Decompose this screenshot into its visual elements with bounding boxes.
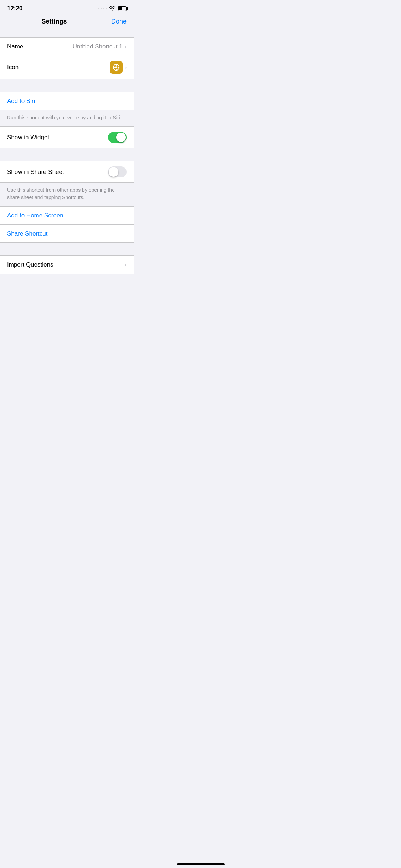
icon-label: Icon	[7, 64, 19, 71]
show-in-widget-row[interactable]: Show in Widget	[0, 127, 134, 148]
name-chevron-icon: ›	[125, 43, 127, 50]
show-in-widget-label: Show in Widget	[7, 134, 49, 141]
section-gap-1	[0, 31, 134, 37]
section-gap-4	[0, 243, 134, 255]
add-to-home-screen-row[interactable]: Add to Home Screen	[0, 207, 134, 224]
show-in-share-sheet-row[interactable]: Show in Share Sheet	[0, 161, 134, 182]
share-sheet-description: Use this shortcut from other apps by ope…	[0, 183, 134, 206]
import-questions-section: Import Questions ›	[0, 255, 134, 274]
add-to-siri-label: Add to Siri	[7, 98, 35, 105]
icon-chevron-icon: ›	[125, 64, 127, 71]
wifi-icon	[109, 6, 115, 12]
siri-description: Run this shortcut with your voice by add…	[0, 110, 134, 126]
status-icons	[98, 6, 127, 12]
name-value-text: Untitled Shortcut 1	[73, 43, 123, 50]
share-sheet-toggle-thumb	[109, 167, 118, 177]
import-questions-label: Import Questions	[7, 261, 53, 268]
name-value: Untitled Shortcut 1 ›	[73, 43, 127, 50]
status-time: 12:20	[7, 5, 22, 12]
section-gap-2	[0, 79, 134, 92]
import-questions-chevron-icon: ›	[125, 262, 127, 268]
share-sheet-section: Show in Share Sheet	[0, 161, 134, 183]
add-to-home-screen-label: Add to Home Screen	[7, 212, 63, 219]
nav-bar: Settings Done	[0, 15, 134, 31]
show-in-share-sheet-toggle[interactable]	[108, 166, 127, 177]
name-label: Name	[7, 43, 23, 50]
page-title: Settings	[41, 18, 67, 25]
show-in-share-sheet-label: Show in Share Sheet	[7, 169, 64, 176]
svg-point-1	[115, 66, 117, 68]
show-in-widget-toggle[interactable]	[108, 132, 127, 143]
widget-section: Show in Widget	[0, 126, 134, 148]
import-questions-row[interactable]: Import Questions ›	[0, 256, 134, 274]
add-to-siri-row[interactable]: Add to Siri	[0, 92, 134, 110]
name-row[interactable]: Name Untitled Shortcut 1 ›	[0, 38, 134, 56]
siri-section: Add to Siri	[0, 92, 134, 110]
signal-icon	[98, 8, 107, 9]
share-shortcut-row[interactable]: Share Shortcut	[0, 224, 134, 242]
status-bar: 12:20	[0, 0, 134, 15]
done-button[interactable]: Done	[111, 18, 127, 25]
name-icon-section: Name Untitled Shortcut 1 › Icon ›	[0, 37, 134, 79]
icon-row[interactable]: Icon ›	[0, 56, 134, 79]
icon-value: ›	[110, 61, 127, 74]
share-shortcut-label: Share Shortcut	[7, 230, 47, 237]
bottom-padding	[0, 274, 134, 303]
toggle-thumb	[116, 133, 126, 142]
battery-icon	[118, 6, 127, 11]
shortcut-icon	[110, 61, 123, 74]
home-share-section: Add to Home Screen Share Shortcut	[0, 206, 134, 243]
section-gap-3	[0, 148, 134, 161]
